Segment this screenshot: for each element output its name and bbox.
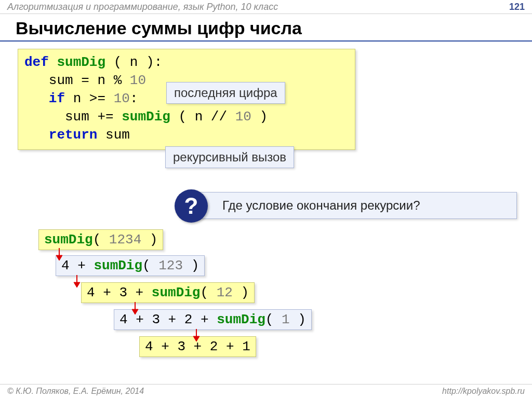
label-recursive-call: рекурсивный вызов [165,146,294,168]
code-l4e: ) [251,109,268,125]
s3b: sumDig [152,285,201,300]
code-l2b: = n % [73,73,130,88]
s4c: ( [265,312,282,327]
s4d: 1 [282,312,290,327]
s3a: 4 + 3 + [87,285,152,300]
s3c: ( [200,285,216,300]
step-3: 4 + 3 + sumDig( 12 ) [81,282,255,303]
course-title: Алгоритмизация и программирование, язык … [7,2,278,12]
code-l4b: sumDig [122,109,170,125]
svg-marker-5 [132,309,138,314]
label-last-digit: последняя цифра [166,82,285,104]
arrow-icon [49,248,70,262]
code-l3d: 10 [114,91,130,106]
s2e: ) [183,258,199,273]
s3d: 12 [217,285,233,300]
kw-def: def [24,54,49,70]
step-1: sumDig( 1234 ) [38,229,163,250]
code-l2a: sum [24,73,73,88]
svg-marker-3 [74,282,80,287]
fn-name: sumDig [57,54,105,70]
s1d: ) [141,232,157,248]
svg-marker-7 [193,336,200,341]
page-number: 121 [509,2,525,12]
step-2: 4 + sumDig( 123 ) [56,255,205,276]
question-text: Где условие окончания рекурсии? [222,198,420,213]
s4e: ) [290,312,306,327]
question-box: ? Где условие окончания рекурсии? [184,192,517,219]
footer: © К.Ю. Поляков, Е.А. Ерёмин, 2014 http:/… [0,384,532,398]
code-l3c: n >= [65,91,114,106]
s2b: sumDig [94,258,142,273]
arrow-icon [125,302,145,315]
code-l3e: : [130,91,138,106]
header-bar: Алгоритмизация и программирование, язык … [0,0,532,14]
fn-args: ( n ): [105,54,162,70]
kw-if: if [49,91,65,106]
s2d: 123 [158,258,183,273]
kw-return: return [49,127,98,143]
page-title: Вычисление суммы цифр числа [0,14,532,42]
s1c: 1234 [109,232,141,248]
s1a: sumDig [44,232,93,248]
question-mark-icon: ? [175,189,208,223]
s1b: ( [93,232,109,248]
arrow-icon [186,329,207,342]
code-l3a [24,91,49,106]
code-l2c: 10 [130,73,146,88]
code-l4c: ( n // [170,109,235,125]
s4b: sumDig [217,312,265,327]
s3e: ) [233,285,249,300]
svg-marker-1 [56,255,62,260]
code-l4d: 10 [235,109,251,125]
arrow-icon [66,275,87,289]
code-l4a: sum += [24,109,122,125]
footer-copyright: © К.Ю. Поляков, Е.А. Ерёмин, 2014 [7,387,144,396]
code-l5c: sum [97,127,129,143]
code-l5a [24,127,49,143]
footer-link: http://kpolyakov.spb.ru [442,387,525,396]
s2c: ( [142,258,158,273]
